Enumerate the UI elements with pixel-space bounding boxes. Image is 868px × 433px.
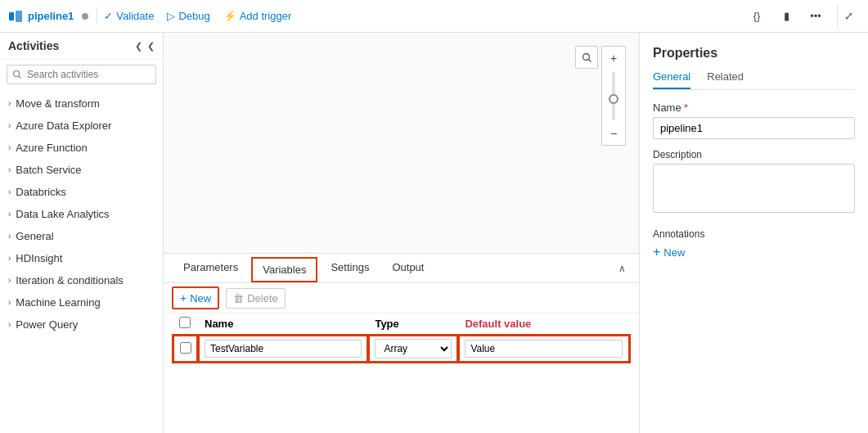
delete-label: Delete — [247, 292, 278, 304]
debug-action[interactable]: ▷ Debug — [167, 10, 209, 22]
pipeline-logo: pipeline1 — [8, 9, 97, 24]
sidebar-title: Activities — [8, 39, 59, 52]
table-row: Array String Boolean — [173, 335, 630, 363]
delete-variable-button[interactable]: 🗑 Delete — [226, 288, 286, 309]
status-dot — [82, 13, 88, 20]
sidebar-item-data-lake-analytics[interactable]: › Data Lake Analytics — [0, 203, 163, 225]
top-bar-actions: ✓ Validate ▷ Debug ⚡ Add trigger — [104, 10, 739, 22]
sidebar-item-label: HDInsight — [16, 252, 62, 264]
row-default-cell — [458, 335, 630, 363]
description-field-group: Description — [653, 149, 855, 225]
bottom-tabs: Parameters Variables Settings Output ∧ — [164, 254, 639, 283]
chevron-right-icon: › — [8, 210, 11, 219]
collapse-left-icon[interactable]: ❮ — [135, 41, 142, 52]
sidebar-item-batch-service[interactable]: › Batch Service — [0, 159, 163, 181]
sidebar-item-label: Power Query — [16, 318, 78, 331]
tab-settings[interactable]: Settings — [319, 255, 380, 282]
delete-icon: 🗑 — [233, 292, 244, 304]
tab-output-label: Output — [392, 261, 424, 273]
sidebar-item-label: General — [16, 230, 53, 242]
pipeline-title: pipeline1 — [28, 10, 74, 22]
tab-settings-label: Settings — [331, 261, 369, 273]
variable-default-input[interactable] — [465, 340, 623, 358]
canvas-zoom-controls: + − — [601, 46, 626, 146]
add-trigger-label: Add trigger — [240, 10, 292, 22]
chevron-right-icon: › — [8, 121, 11, 130]
row-name-cell — [198, 335, 368, 363]
tab-related-label: Related — [707, 70, 744, 83]
sidebar-search — [0, 60, 163, 89]
sidebar-item-hdinsight[interactable]: › HDInsight — [0, 247, 163, 269]
top-bar-right: {} ▮ ••• ⤢ — [745, 5, 860, 28]
panel-collapse-button[interactable]: ∧ — [614, 259, 631, 277]
debug-label: Debug — [178, 10, 209, 22]
properties-tabs: General Related — [653, 70, 855, 90]
pipeline-icon — [8, 9, 23, 24]
monitor-icon-btn[interactable]: ▮ — [775, 5, 798, 28]
annotations-new-button[interactable]: + New — [653, 245, 855, 259]
chevron-right-icon: › — [8, 165, 11, 174]
validate-action[interactable]: ✓ Validate — [104, 10, 154, 22]
canvas-main[interactable]: + − — [164, 33, 639, 253]
sidebar-header: Activities ❮ ❮ — [0, 33, 163, 60]
pipeline-description-textarea[interactable] — [653, 164, 855, 213]
zoom-slider-thumb[interactable] — [609, 94, 618, 104]
pipeline-name-input[interactable] — [653, 117, 855, 139]
sidebar-item-azure-function[interactable]: › Azure Function — [0, 137, 163, 159]
sidebar-items: › Move & transform › Azure Data Explorer… — [0, 89, 163, 433]
sidebar-item-label: Azure Function — [16, 142, 87, 154]
name-field-group: Name * — [653, 101, 855, 149]
annotations-new-label: New — [663, 246, 685, 259]
sidebar-header-icons: ❮ ❮ — [135, 41, 155, 52]
tab-output[interactable]: Output — [380, 255, 435, 282]
svg-point-2 — [582, 53, 589, 60]
select-all-checkbox[interactable] — [179, 317, 191, 328]
row-checkbox[interactable] — [180, 342, 191, 354]
monitor-icon: ▮ — [784, 10, 789, 22]
col-type: Type — [368, 313, 458, 335]
search-input[interactable] — [7, 65, 156, 84]
sidebar-item-machine-learning[interactable]: › Machine Learning — [0, 291, 163, 313]
collapse-icon[interactable]: ❮ — [147, 41, 155, 52]
sidebar-item-power-query[interactable]: › Power Query — [0, 313, 163, 336]
zoom-in-button[interactable]: + — [602, 47, 625, 70]
annotations-section: Annotations + New — [653, 228, 855, 259]
variable-name-input[interactable] — [205, 340, 362, 358]
properties-title: Properties — [653, 46, 855, 61]
tab-general[interactable]: General — [653, 70, 690, 89]
plus-icon: + — [180, 291, 187, 304]
chevron-right-icon: › — [8, 187, 11, 196]
sidebar-item-databricks[interactable]: › Databricks — [0, 181, 163, 203]
new-label: New — [190, 292, 211, 304]
sidebar-item-azure-data-explorer[interactable]: › Azure Data Explorer — [0, 115, 163, 137]
more-icon-btn[interactable]: ••• — [804, 5, 827, 28]
add-trigger-action[interactable]: ⚡ Add trigger — [223, 10, 292, 22]
svg-rect-1 — [16, 11, 22, 22]
add-trigger-icon: ⚡ — [223, 10, 236, 22]
col-checkbox — [173, 313, 198, 335]
new-variable-button[interactable]: + New — [172, 286, 219, 309]
col-default: Default value — [458, 313, 630, 335]
variable-type-select[interactable]: Array String Boolean — [375, 339, 452, 359]
zoom-out-button[interactable]: − — [602, 122, 625, 145]
tab-parameters[interactable]: Parameters — [172, 255, 250, 282]
plus-icon: + — [653, 245, 660, 259]
sidebar-item-move-transform[interactable]: › Move & transform — [0, 92, 163, 115]
required-indicator: * — [684, 101, 688, 114]
validate-label: Validate — [116, 10, 154, 22]
main-layout: Activities ❮ ❮ › Move & transform › Azur… — [0, 33, 868, 433]
tab-variables-label: Variables — [263, 264, 306, 276]
expand-icon-btn[interactable]: ⤢ — [837, 5, 860, 28]
annotations-label: Annotations — [653, 228, 855, 240]
sidebar-item-label: Iteration & conditionals — [16, 274, 124, 286]
chevron-right-icon: › — [8, 232, 11, 241]
canvas-search-btn[interactable] — [575, 46, 598, 69]
tab-variables[interactable]: Variables — [251, 257, 317, 282]
sidebar-item-general[interactable]: › General — [0, 225, 163, 247]
sidebar-item-iteration-conditionals[interactable]: › Iteration & conditionals — [0, 269, 163, 291]
variables-table: Name Type Default value — [164, 313, 639, 433]
row-type-cell: Array String Boolean — [368, 335, 458, 363]
code-icon-btn[interactable]: {} — [745, 5, 768, 28]
tab-related[interactable]: Related — [707, 70, 744, 89]
more-icon: ••• — [810, 10, 821, 22]
